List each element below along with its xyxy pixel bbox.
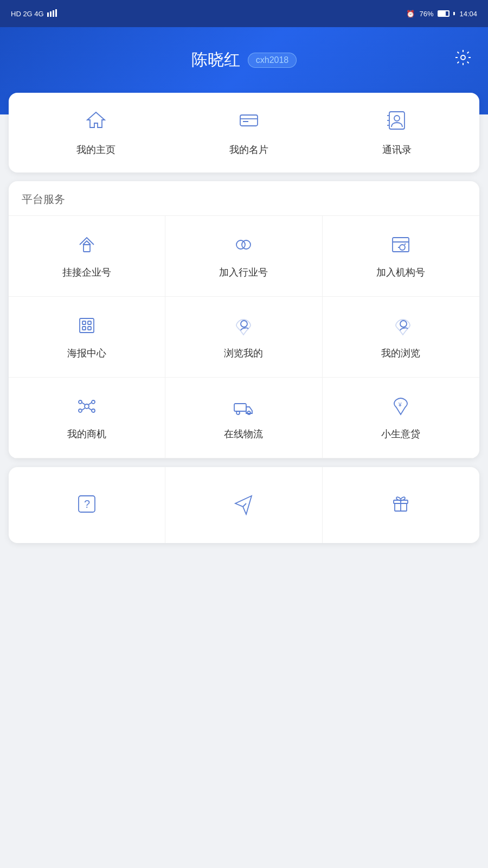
svg-point-31 (79, 409, 82, 412)
nav-item-card[interactable]: 我的名片 (229, 109, 268, 156)
service-label-industry: 加入行业号 (219, 266, 268, 279)
svg-point-4 (461, 55, 465, 60)
svg-rect-7 (243, 121, 248, 122)
svg-rect-5 (240, 115, 258, 126)
svg-text:¥: ¥ (398, 402, 402, 408)
nav-item-contacts[interactable]: 通讯录 (382, 109, 412, 156)
svg-rect-1 (50, 11, 52, 17)
header-user: 陈晓红 cxh2018 (191, 49, 297, 71)
service-label-loan: 小生意贷 (381, 427, 420, 441)
status-left: HD 2G 4G (11, 9, 57, 18)
svg-rect-2 (53, 10, 54, 17)
contacts-icon (386, 109, 408, 137)
alarm-icon: ⏰ (406, 10, 415, 18)
svg-point-15 (242, 240, 251, 249)
svg-point-38 (236, 411, 240, 414)
svg-point-30 (92, 400, 95, 404)
service-item-logistics[interactable]: 在线物流 (165, 378, 322, 458)
browse-me-icon (232, 314, 255, 339)
nav-label-contacts: 通讯录 (382, 143, 412, 156)
status-right: ⏰ 76% 14:04 (406, 10, 477, 18)
enterprise-icon (75, 233, 98, 258)
signal-bars (47, 9, 57, 18)
battery-tip (453, 12, 455, 15)
service-label-opportunity: 我的商机 (67, 427, 106, 441)
svg-point-18 (400, 245, 405, 250)
send-icon (232, 493, 255, 518)
status-bar: HD 2G 4G ⏰ 76% 14:04 (0, 0, 488, 27)
main-content: 我的主页 我的名片 (0, 93, 488, 543)
user-name: 陈晓红 (191, 49, 240, 71)
svg-point-9 (394, 116, 400, 121)
service-item-help[interactable]: ? (9, 467, 165, 543)
svg-line-33 (82, 403, 85, 405)
platform-header: 平台服务 (9, 181, 479, 216)
svg-rect-23 (88, 321, 91, 324)
service-label-logistics: 在线物流 (224, 427, 263, 441)
svg-line-20 (404, 244, 406, 245)
nav-label-card: 我的名片 (229, 143, 268, 156)
svg-line-34 (88, 403, 92, 405)
svg-text:?: ? (84, 498, 90, 510)
logistics-icon (232, 395, 255, 420)
svg-rect-37 (234, 404, 246, 411)
institution-icon (389, 233, 412, 258)
loan-icon: ¥ (389, 395, 412, 420)
svg-point-28 (85, 404, 89, 409)
service-item-my-browse[interactable]: 我的浏览 (323, 297, 479, 378)
svg-point-39 (247, 411, 251, 414)
bottom-partial-row: ? (9, 467, 479, 543)
service-item-poster[interactable]: 海报中心 (9, 297, 165, 378)
industry-icon (232, 233, 255, 258)
svg-point-32 (92, 409, 95, 412)
settings-button[interactable] (454, 49, 472, 70)
svg-rect-21 (80, 318, 94, 333)
clock: 14:04 (459, 10, 477, 18)
service-item-gift[interactable] (323, 467, 479, 543)
network-info: HD 2G 4G (11, 10, 44, 18)
svg-point-29 (79, 400, 82, 404)
svg-point-26 (241, 321, 247, 327)
user-name-area: 陈晓红 cxh2018 (191, 49, 297, 71)
poster-icon (75, 314, 98, 339)
service-item-industry[interactable]: 加入行业号 (165, 216, 322, 297)
service-label-institution: 加入机构号 (376, 266, 425, 279)
svg-line-36 (88, 408, 92, 410)
user-badge: cxh2018 (248, 53, 297, 68)
battery-icon (438, 10, 450, 17)
service-item-loan[interactable]: ¥ 小生意贷 (323, 378, 479, 458)
svg-line-43 (243, 503, 246, 507)
svg-rect-0 (47, 12, 49, 17)
svg-rect-13 (84, 245, 90, 252)
service-label-browse-me: 浏览我的 (224, 347, 263, 360)
svg-rect-25 (88, 327, 91, 330)
svg-rect-3 (55, 9, 57, 17)
services-grid: 挂接企业号 加入行业号 (9, 216, 479, 458)
service-item-enterprise[interactable]: 挂接企业号 (9, 216, 165, 297)
svg-point-27 (400, 321, 407, 327)
nav-label-home: 我的主页 (76, 143, 115, 156)
service-label-my-browse: 我的浏览 (381, 347, 420, 360)
svg-rect-22 (82, 321, 86, 324)
help-icon: ? (75, 493, 98, 518)
gift-icon (389, 493, 412, 518)
svg-line-35 (82, 408, 85, 410)
battery-percent: 76% (419, 10, 433, 18)
svg-rect-24 (82, 327, 86, 330)
opportunity-icon (75, 395, 98, 420)
card-icon (237, 109, 260, 137)
platform-services-section: 平台服务 挂接企业号 (9, 181, 479, 458)
my-browse-icon (389, 314, 412, 339)
home-icon (85, 109, 107, 137)
service-item-browse-me[interactable]: 浏览我的 (165, 297, 322, 378)
service-item-opportunity[interactable]: 我的商机 (9, 378, 165, 458)
service-item-send[interactable] (165, 467, 322, 543)
quick-nav-card: 我的主页 我的名片 (9, 93, 479, 173)
service-label-enterprise: 挂接企业号 (62, 266, 111, 279)
service-label-poster: 海报中心 (67, 347, 106, 360)
nav-item-home[interactable]: 我的主页 (76, 109, 115, 156)
service-item-institution[interactable]: 加入机构号 (323, 216, 479, 297)
